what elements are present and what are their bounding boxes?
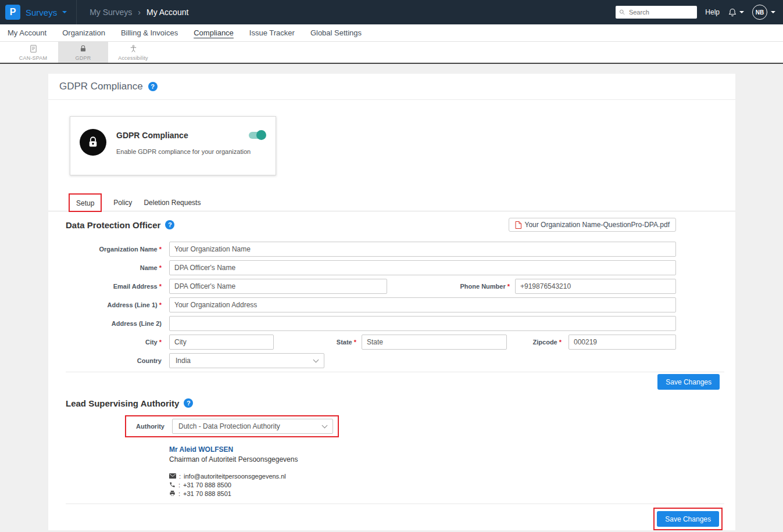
annotation-box-setup: Setup [69,193,102,212]
required-mark: * [159,283,162,290]
authority-email-line: : info@autoriteitpersoonsgegevens.nl [169,472,724,480]
section-divider [66,504,724,504]
gdpr-sub-tabs: Setup Policy Deletion Requests [48,194,735,211]
tab-deletion-requests[interactable]: Deletion Requests [144,199,201,207]
form-row: City* State* Zipcode* [66,335,724,350]
dpa-pdf-button[interactable]: Your Organization Name-QuestionPro-DPA.p… [509,218,676,232]
email-address-input[interactable] [169,279,387,294]
search-input[interactable] [628,8,693,16]
document-icon [29,44,38,53]
save-changes-button[interactable]: Save Changes [657,511,719,527]
nav-item-issue-tracker[interactable]: Issue Tracker [249,28,295,37]
state-input[interactable] [362,335,507,350]
tab-accessibility[interactable]: Accessibility [108,42,158,63]
organization-name-input[interactable] [169,242,676,257]
zipcode-label: Zipcode* [507,339,562,346]
notifications-button[interactable] [728,8,744,17]
help-icon[interactable] [165,220,174,229]
authority-label: Authority [131,423,165,430]
address-line1-input[interactable] [169,297,676,312]
avatar: NB [752,5,767,20]
pdf-button-label: Your Organization Name-QuestionPro-DPA.p… [525,221,670,229]
phone-number-input[interactable] [515,279,676,294]
authority-select[interactable]: Dutch - Data Protection Authority [172,419,333,434]
chevron-down-icon [322,422,328,428]
form-row: Address (Line 1)* [66,297,724,312]
lsa-save-row: Save Changes [66,508,724,530]
chevron-down-icon [62,11,67,13]
tab-setup[interactable]: Setup [76,199,94,207]
search-icon [619,9,625,16]
tab-label: Accessibility [118,55,148,61]
address-line2-label: Address (Line 2) [66,320,162,327]
nav-item-organization[interactable]: Organization [62,28,105,37]
save-changes-button[interactable]: Save Changes [657,374,720,390]
required-mark: * [159,264,162,271]
gdpr-card-subtitle: Enable GDPR compliance for your organiza… [116,148,251,155]
lsa-heading-row: Lead Supervising Authority [66,396,724,411]
colon: : [178,481,180,488]
tab-label: CAN-SPAM [19,55,47,61]
gdpr-toggle[interactable] [249,132,265,139]
city-input[interactable] [169,335,274,350]
logo-letter: P [10,7,16,17]
authority-phone-line: : +31 70 888 8500 [169,480,724,489]
tab-policy[interactable]: Policy [113,199,132,207]
account-menu[interactable]: NB [752,5,775,20]
help-icon[interactable] [148,82,158,91]
nav-item-my-account[interactable]: My Account [8,28,47,37]
lock-icon [87,136,99,149]
topbar-actions: Help NB [616,5,783,20]
account-nav: My Account Organization Billing & Invoic… [0,24,783,42]
accessibility-icon [129,44,138,53]
state-label: State* [274,339,356,346]
address-line1-label: Address (Line 1)* [66,301,162,308]
nav-item-billing-invoices[interactable]: Billing & Invoices [121,28,178,37]
gdpr-card-text: GDPR Compliance Enable GDPR compliance f… [116,129,251,163]
required-mark: * [159,301,162,308]
breadcrumb-my-surveys[interactable]: My Surveys [90,8,132,17]
envelope-icon [169,473,176,479]
required-mark: * [159,339,162,346]
fax-icon [169,490,176,497]
name-label: Name* [66,264,162,271]
required-mark: * [354,339,356,346]
zipcode-input[interactable] [569,335,676,350]
required-mark: * [559,339,562,346]
lock-badge [80,129,106,156]
phone-icon [169,481,176,488]
top-bar: P Surveys My Surveys › My Account Help N… [0,0,783,24]
breadcrumb-my-account: My Account [146,8,188,17]
annotation-box-authority: Authority Dutch - Data Protection Author… [125,415,339,437]
phone-number-label: Phone Number* [387,283,510,290]
email-address-label: Email Address* [66,283,162,290]
tab-can-spam[interactable]: CAN-SPAM [8,42,58,63]
country-value: India [176,357,191,365]
address-line2-input[interactable] [169,316,676,331]
authority-fax: +31 70 888 8501 [183,490,231,497]
breadcrumb: My Surveys › My Account [90,8,188,17]
gdpr-compliance-panel: GDPR Compliance GDPR Compliance Enable G… [48,74,735,530]
authority-email: info@autoriteitpersoonsgegevens.nl [184,473,286,480]
page-title: GDPR Compliance [59,81,143,92]
page-header: GDPR Compliance [48,74,735,100]
tab-label: GDPR [76,55,91,61]
help-link[interactable]: Help [705,8,720,16]
breadcrumb-separator: › [138,8,141,17]
search-box[interactable] [616,6,697,19]
nav-item-compliance[interactable]: Compliance [194,28,234,37]
form-row: Organization Name* [66,242,724,257]
help-icon[interactable] [184,398,193,408]
form-row: Address (Line 2) [66,316,724,331]
nav-item-global-settings[interactable]: Global Settings [310,28,362,37]
app-logo: P [5,5,20,20]
chevron-down-icon [771,11,775,13]
country-select[interactable]: India [169,353,324,368]
dpo-form: Organization Name* Name* Email Address* … [66,242,724,368]
bell-icon [728,8,737,17]
name-input[interactable] [169,260,676,275]
tab-gdpr[interactable]: GDPR [58,42,108,63]
product-name: Surveys [26,8,57,17]
country-label: Country [66,357,162,364]
product-switcher[interactable]: P Surveys [0,0,77,24]
